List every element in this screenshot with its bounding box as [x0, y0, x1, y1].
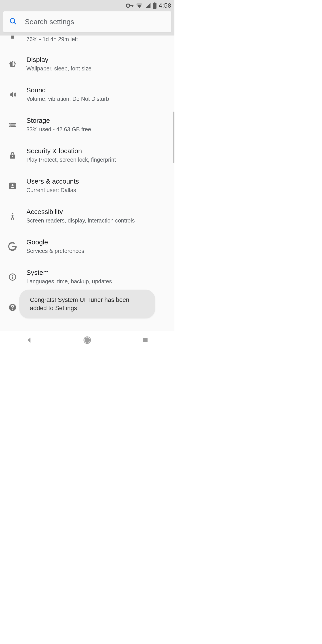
svg-rect-7 [12, 36, 14, 39]
clock: 4:58 [159, 2, 172, 9]
item-title: Accessibility [26, 208, 168, 216]
item-texts: SoundVolume, vibration, Do Not Disturb [26, 86, 168, 103]
item-title: Sound [26, 86, 168, 94]
item-title: Storage [26, 117, 168, 124]
wifi-icon [136, 3, 143, 8]
item-texts: 76% - 1d 4h 29m left [26, 36, 168, 43]
status-bar: 4:58 [0, 0, 174, 11]
item-title: Display [26, 56, 168, 64]
item-texts: Storage33% used - 42.63 GB free [26, 117, 168, 133]
search-placeholder: Search settings [25, 18, 74, 26]
settings-item-storage[interactable]: Storage33% used - 42.63 GB free [0, 110, 174, 140]
item-title: System [26, 269, 168, 276]
settings-list-viewport[interactable]: 76% - 1d 4h 29m leftDisplayWallpaper, sl… [0, 35, 174, 331]
search-bar[interactable]: Search settings [3, 11, 171, 32]
scrollbar-thumb[interactable] [173, 112, 174, 163]
item-title: Users & accounts [26, 178, 168, 185]
item-subtitle: Play Protect, screen lock, fingerprint [26, 156, 168, 164]
item-subtitle: Volume, vibration, Do Not Disturb [26, 95, 168, 103]
google-icon [6, 242, 19, 251]
search-bar-container: Search settings [0, 11, 174, 35]
accessibility-icon [6, 212, 19, 220]
svg-rect-2 [132, 5, 132, 7]
settings-item-users-accounts[interactable]: Users & accountsCurrent user: Dallas [0, 170, 174, 201]
settings-item-accessibility[interactable]: AccessibilityScreen readers, display, in… [0, 201, 174, 232]
info-icon [6, 273, 19, 281]
settings-screen: 4:58 Search settings 76% - 1d 4h 29m lef… [0, 0, 174, 349]
svg-point-0 [126, 4, 130, 8]
display-icon [6, 60, 19, 68]
item-texts: GoogleServices & preferences [26, 238, 168, 255]
battery-icon [6, 36, 19, 40]
toast-text: Congrats! System UI Tuner has been added… [30, 296, 129, 311]
toast: Congrats! System UI Tuner has been added… [19, 290, 155, 318]
item-title: Google [26, 238, 168, 246]
storage-icon [6, 121, 19, 129]
item-subtitle: 76% - 1d 4h 29m left [26, 36, 168, 43]
settings-item-display[interactable]: DisplayWallpaper, sleep, font size [0, 49, 174, 80]
lock-icon [6, 151, 19, 160]
item-subtitle: Screen readers, display, interaction con… [26, 217, 168, 224]
navigation-bar [0, 331, 174, 349]
battery-status-icon [153, 2, 156, 9]
svg-line-6 [14, 22, 16, 24]
back-button[interactable] [16, 334, 42, 347]
help-icon [6, 303, 19, 312]
item-subtitle: Languages, time, backup, updates [26, 278, 168, 285]
item-texts: Users & accountsCurrent user: Dallas [26, 178, 168, 194]
account-icon [6, 182, 19, 190]
item-texts: AccessibilityScreen readers, display, in… [26, 208, 168, 224]
vpn-key-icon [126, 3, 134, 8]
item-texts: DisplayWallpaper, sleep, font size [26, 56, 168, 72]
settings-item-battery[interactable]: 76% - 1d 4h 29m left [0, 36, 174, 49]
settings-item-security-location[interactable]: Security & locationPlay Protect, screen … [0, 140, 174, 170]
settings-item-sound[interactable]: SoundVolume, vibration, Do Not Disturb [0, 80, 174, 110]
item-title: Security & location [26, 147, 168, 155]
settings-item-google[interactable]: GoogleServices & preferences [0, 232, 174, 262]
sound-icon [6, 90, 19, 99]
svg-rect-3 [153, 3, 156, 9]
item-texts: SystemLanguages, time, backup, updates [26, 269, 168, 285]
item-subtitle: Wallpaper, sleep, font size [26, 65, 168, 72]
item-subtitle: Services & preferences [26, 247, 168, 255]
svg-rect-4 [154, 2, 155, 3]
item-subtitle: Current user: Dallas [26, 186, 168, 194]
svg-rect-1 [129, 5, 133, 6]
search-icon [9, 18, 17, 26]
item-subtitle: 33% used - 42.63 GB free [26, 126, 168, 133]
svg-point-9 [84, 338, 90, 343]
item-texts: Security & locationPlay Protect, screen … [26, 147, 168, 164]
overview-button[interactable] [132, 334, 159, 347]
home-button[interactable] [74, 334, 100, 347]
svg-rect-10 [143, 338, 148, 342]
cell-signal-icon [145, 3, 151, 8]
settings-item-system[interactable]: SystemLanguages, time, backup, updates [0, 262, 174, 292]
